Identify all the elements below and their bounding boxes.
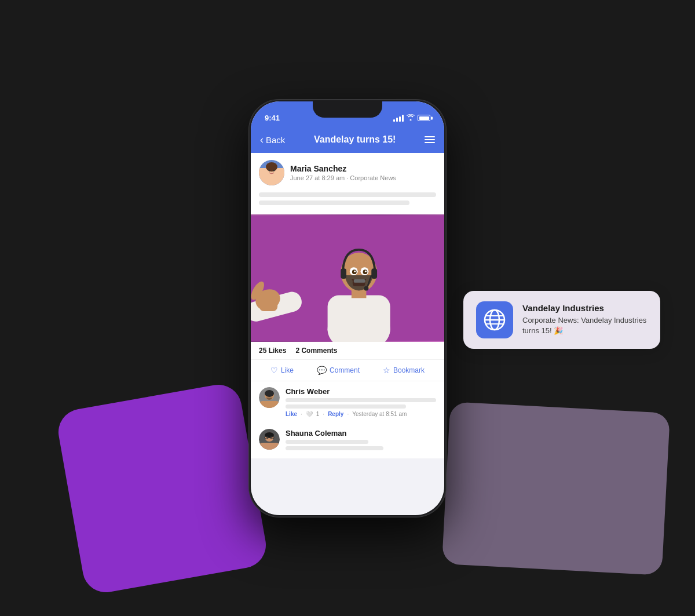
bg-shape-right [442,402,670,575]
author-avatar [259,160,284,185]
bookmark-icon: ☆ [383,366,390,375]
notif-title: Vandelay Industries [522,303,648,313]
svg-point-10 [273,169,275,171]
comment-like-link[interactable]: Like [286,411,297,417]
post-header: Maria Sanchez June 27 at 8:29 am · Corpo… [251,153,444,192]
svg-rect-35 [259,401,280,408]
post-image-svg [251,214,444,342]
back-button[interactable]: ‹ Back [260,134,285,146]
heart-icon: ♡ [270,366,278,375]
status-time: 9:41 [265,114,280,122]
post-author: Maria Sanchez [290,164,436,173]
nav-header: ‹ Back Vandelay turns 15! [251,127,444,153]
post-meta: June 27 at 8:29 am · Corporate News [290,174,436,181]
globe-icon [484,309,506,331]
comment-author-1: Chris Weber [286,387,436,396]
signal-bar-1 [393,119,395,122]
comments-label: Comments [301,347,337,355]
likes-label: Likes [269,347,287,355]
svg-point-34 [265,390,274,397]
menu-line-3 [425,142,435,143]
menu-button[interactable] [425,136,435,143]
likes-count: 25 Likes [259,347,286,355]
comment-icon: 💬 [317,366,327,375]
signal-bars [393,115,404,122]
comment-text-line-2 [286,404,406,409]
comment-text-line-4 [286,446,383,450]
comment-separator-2: · [323,411,324,417]
comment-button[interactable]: 💬 Comment [317,366,360,375]
text-line-2 [259,201,409,205]
svg-rect-31 [259,300,277,311]
bg-shape-left [55,381,270,596]
notif-text-block: Vandelay Industries Corporate News: Vand… [522,303,648,336]
wifi-icon [407,114,415,122]
comments-count: 2 Comments [295,347,337,355]
svg-point-25 [365,270,367,272]
battery-fill [419,116,429,120]
comment-content-2: Shauna Coleman [286,429,436,453]
comment-text-line-3 [286,440,368,444]
comment-likes-count: 1 [316,411,320,417]
phone-wrapper: 9:41 [249,100,446,517]
engagement-row: 25 Likes 2 Comments [251,342,444,360]
nav-title: Vandelay turns 15! [314,134,396,145]
bookmark-button[interactable]: ☆ Bookmark [383,366,425,375]
comment-heart-icon: 🤍 [306,411,313,417]
post-image [251,214,444,342]
signal-bar-4 [402,115,404,122]
comment-reply-link[interactable]: Reply [328,411,343,417]
text-line-1 [259,192,436,197]
back-label: Back [266,135,285,145]
svg-rect-42 [259,443,280,450]
post-text-lines [251,192,444,214]
comment-avatar-2 [259,429,280,450]
svg-point-9 [269,169,270,171]
comment-author-2: Shauna Coleman [286,429,436,438]
comment-label: Comment [330,366,360,374]
notif-app-icon [476,301,513,338]
comment-item-1: Chris Weber Like · 🤍 1 · Reply · Yesterd… [251,381,444,423]
avatar-image [259,160,284,185]
phone-inner: 9:41 [251,101,444,515]
comment-text-line-1 [286,398,436,402]
action-row: ♡ Like 💬 Comment ☆ Bookmark [251,360,444,381]
signal-bar-2 [396,118,398,122]
comment-avatar-img-2 [259,429,280,450]
comment-avatar-img-1 [259,387,280,408]
post-info: Maria Sanchez June 27 at 8:29 am · Corpo… [290,164,436,181]
comment-avatar-1 [259,387,280,408]
like-label: Like [281,366,294,374]
svg-point-8 [266,162,277,172]
comment-content-1: Chris Weber Like · 🤍 1 · Reply · Yesterd… [286,387,436,417]
comment-separator-3: · [347,411,349,417]
svg-point-24 [354,270,356,272]
phone-frame: 9:41 [249,100,446,517]
menu-line-1 [425,136,435,137]
menu-line-2 [425,139,435,140]
svg-rect-13 [328,295,390,341]
bookmark-label: Bookmark [393,366,425,374]
scroll-content: Maria Sanchez June 27 at 8:29 am · Corpo… [251,153,444,458]
comment-separator-1: · [301,411,302,417]
battery-icon [418,115,430,121]
like-button[interactable]: ♡ Like [270,366,294,375]
notch [313,101,382,118]
comment-actions-1: Like · 🤍 1 · Reply · Yesterday at 8:51 a… [286,411,436,417]
comment-item-2: Shauna Coleman [251,423,444,458]
status-icons [393,114,430,122]
notification-popup: Vandelay Industries Corporate News: Vand… [463,291,660,349]
signal-bar-3 [399,116,401,122]
notif-body: Corporate News: Vandelay Industries turn… [522,315,648,336]
back-chevron-icon: ‹ [260,134,264,146]
comment-timestamp-1: Yesterday at 8:51 am [352,411,407,417]
